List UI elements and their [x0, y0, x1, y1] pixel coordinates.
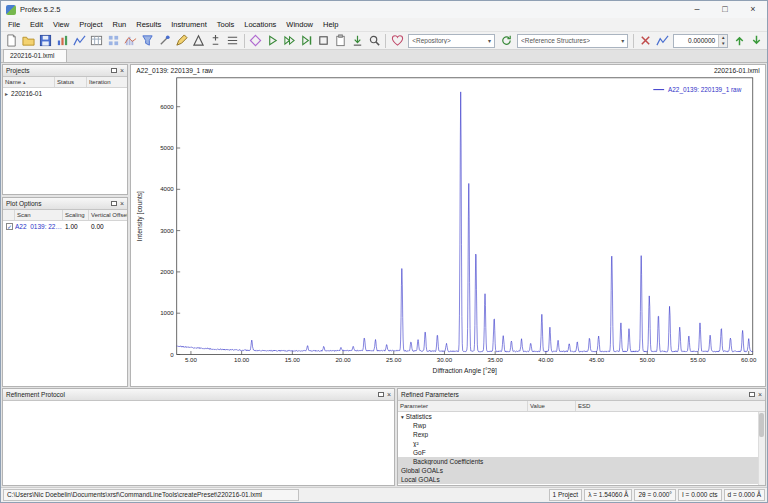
refresh-icon[interactable] — [498, 33, 514, 49]
menu-item-run[interactable]: Run — [108, 18, 132, 31]
menu-item-view[interactable]: View — [48, 18, 74, 31]
run-all-icon[interactable] — [281, 33, 297, 49]
float-panel-icon[interactable] — [378, 392, 384, 397]
run-refinement-icon[interactable] — [298, 33, 314, 49]
line-chart-icon[interactable] — [72, 33, 88, 49]
column-header-status[interactable]: Status — [55, 77, 87, 87]
move-down-icon[interactable] — [748, 33, 764, 49]
scan-visible-checkbox[interactable] — [6, 223, 13, 230]
scrollbar-thumb[interactable] — [759, 413, 764, 437]
projects-column-header: Name Status Iteration — [3, 77, 127, 88]
dropper-icon[interactable] — [157, 33, 173, 49]
parameter-row-[interactable]: χ² — [398, 439, 765, 448]
toolbar-separator — [633, 34, 634, 48]
column-header-vertical-offset[interactable]: Vertical Offset — [89, 210, 127, 220]
clear-icon[interactable] — [637, 33, 653, 49]
parameter-row-rexp[interactable]: Rexp — [398, 430, 765, 439]
grid-icon[interactable] — [106, 33, 122, 49]
menu-item-file[interactable]: File — [3, 18, 25, 31]
repository-select-value: <Repository> — [412, 37, 451, 44]
svg-text:Diffraction Angle [°2θ]: Diffraction Angle [°2θ] — [433, 367, 497, 375]
refinement-protocol-panel: Refinement Protocol × — [2, 388, 395, 486]
d-spacing-readout: d = 0.000 Å — [724, 489, 765, 501]
scan-scaling-value[interactable]: 1.00 — [63, 223, 89, 230]
run-icon[interactable] — [264, 33, 280, 49]
maximize-button[interactable]: □ — [711, 1, 739, 18]
save-icon[interactable] — [38, 33, 54, 49]
menu-item-edit[interactable]: Edit — [25, 18, 48, 31]
project-row[interactable]: 220216-01 — [3, 88, 127, 99]
menu-item-results[interactable]: Results — [131, 18, 166, 31]
column-header-parameter[interactable]: Parameter — [398, 401, 528, 411]
favorite-icon[interactable] — [389, 33, 405, 49]
expand-arrow-icon[interactable] — [3, 90, 11, 97]
close-button[interactable]: × — [739, 1, 767, 18]
svg-text:Intensity [counts]: Intensity [counts] — [136, 191, 144, 241]
download-icon[interactable] — [349, 33, 365, 49]
move-up-icon[interactable] — [731, 33, 747, 49]
plot-options-row[interactable]: A22_0139: 220139_1 raw 1.00 0.00 — [3, 221, 127, 232]
histogram-icon[interactable] — [123, 33, 139, 49]
parameter-row-gof[interactable]: GoF — [398, 448, 765, 457]
column-header-value[interactable]: Value — [528, 401, 576, 411]
reference-structures-select-value: <Reference Structures> — [521, 37, 590, 44]
diffraction-chart[interactable]: 5.0010.0015.0020.0025.0030.0035.0040.004… — [131, 65, 765, 386]
pencil-icon[interactable] — [174, 33, 190, 49]
refinement-protocol-title: Refinement Protocol — [6, 391, 65, 398]
float-panel-icon[interactable] — [111, 201, 117, 206]
diamond-icon[interactable] — [248, 33, 264, 49]
menu-item-window[interactable]: Window — [281, 18, 318, 31]
parameter-row-local-goals[interactable]: Local GOALs — [398, 475, 765, 484]
reference-structures-select[interactable]: <Reference Structures>▾ — [517, 34, 628, 48]
svg-text:10.00: 10.00 — [234, 356, 250, 363]
parameter-label: Global GOALs — [401, 467, 443, 474]
toolbar: <Repository>▾<Reference Structures>▾0.00… — [1, 31, 767, 50]
close-panel-icon[interactable]: × — [120, 68, 124, 74]
column-header-esd[interactable]: ESD — [576, 401, 765, 411]
zero-shift-spinner[interactable]: 0.000000▲▼ — [673, 34, 728, 48]
new-file-icon[interactable] — [4, 33, 20, 49]
parameter-label: Local GOALs — [401, 476, 440, 483]
column-header-name[interactable]: Name — [3, 77, 55, 87]
repository-select[interactable]: <Repository>▾ — [408, 34, 495, 48]
svg-text:4000: 4000 — [160, 185, 174, 192]
parameter-row-rwp[interactable]: Rwp — [398, 421, 765, 430]
column-header-scaling[interactable]: Scaling — [63, 210, 89, 220]
column-header-iteration[interactable]: Iteration — [87, 77, 127, 87]
menu-item-help[interactable]: Help — [318, 18, 343, 31]
refinement-protocol-body[interactable] — [3, 401, 394, 485]
scrollbar[interactable] — [758, 412, 765, 485]
close-panel-icon[interactable]: × — [758, 392, 762, 398]
stop-icon[interactable] — [315, 33, 331, 49]
float-panel-icon[interactable] — [749, 392, 755, 397]
menu-item-locations[interactable]: Locations — [239, 18, 281, 31]
svg-text:3000: 3000 — [160, 227, 174, 234]
minimize-button[interactable]: – — [683, 1, 711, 18]
open-folder-icon[interactable] — [21, 33, 37, 49]
plus-minus-icon[interactable] — [208, 33, 224, 49]
zoom-chart-icon[interactable] — [654, 33, 670, 49]
list-icon[interactable] — [225, 33, 241, 49]
parameter-row-statistics[interactable]: Statistics — [398, 412, 765, 421]
search-icon[interactable] — [366, 33, 382, 49]
menu-item-tools[interactable]: Tools — [212, 18, 240, 31]
scan-vertical-offset-value[interactable]: 0.00 — [89, 223, 106, 230]
tab-220216-01[interactable]: 220216-01.lxml — [3, 49, 67, 62]
menu-item-project[interactable]: Project — [74, 18, 107, 31]
plot-options-panel-title: Plot Options — [6, 200, 41, 207]
spinner-down-icon[interactable]: ▼ — [719, 41, 727, 47]
close-panel-icon[interactable]: × — [120, 201, 124, 207]
delta-icon[interactable] — [191, 33, 207, 49]
table-icon[interactable] — [89, 33, 105, 49]
bar-chart-icon[interactable] — [55, 33, 71, 49]
parameter-row-global-goals[interactable]: Global GOALs — [398, 466, 765, 475]
svg-text:35.00: 35.00 — [488, 356, 504, 363]
svg-text:2000: 2000 — [160, 268, 174, 275]
parameter-row-background-coefficients[interactable]: Background Coefficients — [398, 457, 765, 466]
float-panel-icon[interactable] — [111, 68, 117, 73]
menu-item-instrument[interactable]: Instrument — [166, 18, 211, 31]
clipboard-icon[interactable] — [332, 33, 348, 49]
filter-icon[interactable] — [140, 33, 156, 49]
column-header-scan[interactable]: Scan — [15, 210, 63, 220]
close-panel-icon[interactable]: × — [387, 392, 391, 398]
